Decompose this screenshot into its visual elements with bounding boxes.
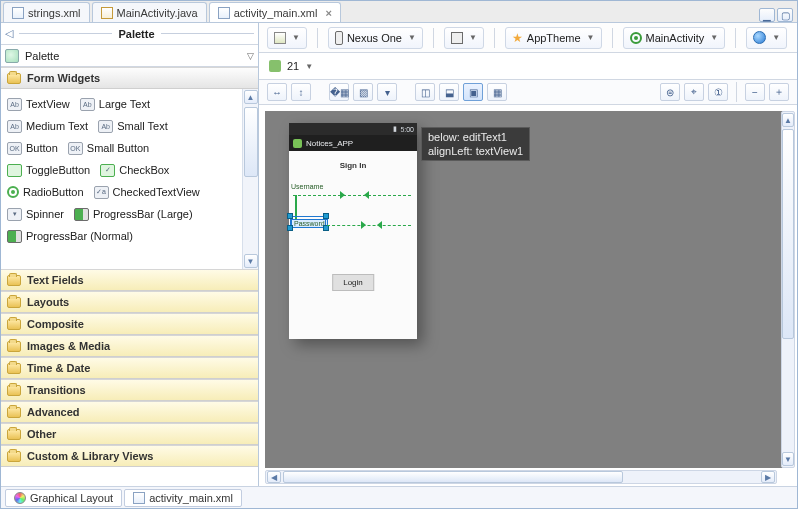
button-icon: OK — [7, 142, 22, 155]
scroll-up-button[interactable]: ▲ — [782, 113, 794, 127]
category-transitions[interactable]: Transitions — [1, 379, 258, 401]
resize-handle[interactable] — [287, 225, 293, 231]
tab-activity-main-xml[interactable]: activity_main.xml× — [209, 2, 341, 22]
align-vertical-button[interactable]: ⬓ — [439, 83, 459, 101]
minimize-view-button[interactable]: ▁ — [759, 8, 775, 22]
widget-small-text[interactable]: AbSmall Text — [98, 120, 168, 133]
checkbox-icon: ✓ — [100, 164, 115, 177]
activity-chooser[interactable]: MainActivity▼ — [623, 27, 726, 49]
chevron-down-icon: ▼ — [587, 33, 595, 42]
close-tab-icon[interactable]: × — [325, 7, 331, 19]
widget-textview[interactable]: AbTextView — [7, 98, 70, 111]
maximize-view-button[interactable]: ▢ — [777, 8, 793, 22]
footer-tab-bar: Graphical Layout activity_main.xml — [1, 486, 797, 508]
widget-progressbar-normal[interactable]: ProgressBar (Normal) — [7, 230, 133, 243]
chevron-down-icon: ▼ — [408, 33, 416, 42]
device-preview[interactable]: ▮5:00 Notices_APP Sign In Username Passw… — [289, 123, 417, 339]
edittext-username[interactable] — [293, 195, 411, 196]
category-other[interactable]: Other — [1, 423, 258, 445]
widget-radiobutton[interactable]: RadioButton — [7, 186, 84, 198]
collapse-icon[interactable]: ◁ — [5, 27, 13, 40]
widget-checkbox[interactable]: ✓CheckBox — [100, 164, 169, 177]
tab-label: activity_main.xml — [234, 7, 318, 19]
widget-small-button[interactable]: OKSmall Button — [68, 142, 149, 155]
resize-handle[interactable] — [323, 213, 329, 219]
editor-tab-bar: strings.xml MainActivity.java activity_m… — [1, 1, 797, 23]
username-label: Username — [291, 183, 323, 190]
category-text-fields[interactable]: Text Fields — [1, 269, 258, 291]
java-file-icon — [101, 7, 113, 19]
category-images-media[interactable]: Images & Media — [1, 335, 258, 357]
configuration-toolbar: ▼ Nexus One▼ ▼ ★AppTheme▼ MainActivity▼ … — [259, 23, 797, 53]
show-constraints-button[interactable]: ▧ — [353, 83, 373, 101]
widget-button[interactable]: OKButton — [7, 142, 58, 155]
scroll-down-button[interactable]: ▼ — [782, 452, 794, 466]
category-layouts[interactable]: Layouts — [1, 291, 258, 313]
tab-strings-xml[interactable]: strings.xml — [3, 2, 90, 22]
device-chooser[interactable]: Nexus One▼ — [328, 27, 423, 49]
widget-medium-text[interactable]: AbMedium Text — [7, 120, 88, 133]
zoom-in-button[interactable]: ＋ — [769, 83, 789, 101]
status-bar: ▮5:00 — [289, 123, 417, 135]
arrange-button[interactable]: ▦ — [487, 83, 507, 101]
app-icon — [293, 139, 302, 148]
canvas-vertical-scrollbar[interactable]: ▲ ▼ — [781, 111, 795, 468]
globe-icon — [753, 31, 766, 44]
tab-mainactivity-java[interactable]: MainActivity.java — [92, 2, 207, 22]
locale-chooser[interactable]: ▼ — [746, 27, 787, 49]
widget-spinner[interactable]: ▾Spinner — [7, 208, 64, 221]
toggle-height-button[interactable]: ↕ — [291, 83, 311, 101]
palette-selector[interactable]: Palette ▽ — [1, 45, 258, 67]
align-horizontal-button[interactable]: ◫ — [415, 83, 435, 101]
palette-scrollbar[interactable]: ▲ ▼ — [242, 89, 258, 269]
theme-chooser[interactable]: ★AppTheme▼ — [505, 27, 602, 49]
scroll-right-button[interactable]: ▶ — [761, 471, 775, 483]
scroll-left-button[interactable]: ◀ — [267, 471, 281, 483]
category-time-date[interactable]: Time & Date — [1, 357, 258, 379]
canvas-horizontal-scrollbar[interactable]: ◀ ▶ — [265, 470, 777, 484]
tab-label: MainActivity.java — [117, 7, 198, 19]
api-toolbar: 21 ▼ — [259, 53, 797, 79]
footer-tab-graphical-layout[interactable]: Graphical Layout — [5, 489, 122, 507]
category-label: Form Widgets — [27, 72, 100, 84]
scroll-up-button[interactable]: ▲ — [244, 90, 258, 104]
chevron-down-icon: ▽ — [247, 51, 254, 61]
configuration-chooser[interactable]: ▼ — [267, 27, 307, 49]
layout-options-button[interactable]: ▾ — [377, 83, 397, 101]
category-form-widgets[interactable]: Form Widgets — [1, 67, 258, 89]
widget-large-text[interactable]: AbLarge Text — [80, 98, 150, 111]
scroll-thumb[interactable] — [283, 471, 623, 483]
widget-checkedtextview[interactable]: ✓aCheckedTextView — [94, 186, 200, 199]
sign-in-label: Sign In — [289, 161, 417, 170]
chevron-down-icon[interactable]: ▼ — [305, 62, 313, 71]
category-custom-library[interactable]: Custom & Library Views — [1, 445, 258, 467]
chevron-down-icon: ▼ — [772, 33, 780, 42]
category-advanced[interactable]: Advanced — [1, 401, 258, 423]
footer-tab-xml-source[interactable]: activity_main.xml — [124, 489, 242, 507]
design-panel: ▼ Nexus One▼ ▼ ★AppTheme▼ MainActivity▼ … — [259, 23, 797, 486]
scroll-thumb[interactable] — [244, 107, 258, 177]
emulate-size-button[interactable]: �▦ — [329, 83, 349, 101]
zoom-reset-button[interactable]: ⌖ — [684, 83, 704, 101]
edittext-password[interactable] — [327, 225, 411, 226]
distribute-button[interactable]: ▣ — [463, 83, 483, 101]
orientation-icon — [451, 32, 463, 44]
design-canvas[interactable]: ▮5:00 Notices_APP Sign In Username Passw… — [259, 105, 797, 486]
folder-icon — [7, 297, 21, 308]
zoom-out-button[interactable]: − — [745, 83, 765, 101]
resize-handle[interactable] — [287, 213, 293, 219]
radio-icon — [7, 186, 19, 198]
star-icon: ★ — [512, 31, 523, 45]
toggle-width-button[interactable]: ↔ — [267, 83, 287, 101]
widget-togglebutton[interactable]: ToggleButton — [7, 164, 90, 177]
login-button[interactable]: Login — [332, 274, 374, 291]
scroll-down-button[interactable]: ▼ — [244, 254, 258, 268]
scroll-thumb[interactable] — [782, 129, 794, 339]
zoom-actual-button[interactable]: ① — [708, 83, 728, 101]
zoom-fit-button[interactable]: ⊜ — [660, 83, 680, 101]
orientation-chooser[interactable]: ▼ — [444, 27, 484, 49]
category-composite[interactable]: Composite — [1, 313, 258, 335]
widget-progressbar-large[interactable]: ProgressBar (Large) — [74, 208, 193, 221]
chevron-down-icon: ▼ — [469, 33, 477, 42]
textview-icon: Ab — [7, 120, 22, 133]
